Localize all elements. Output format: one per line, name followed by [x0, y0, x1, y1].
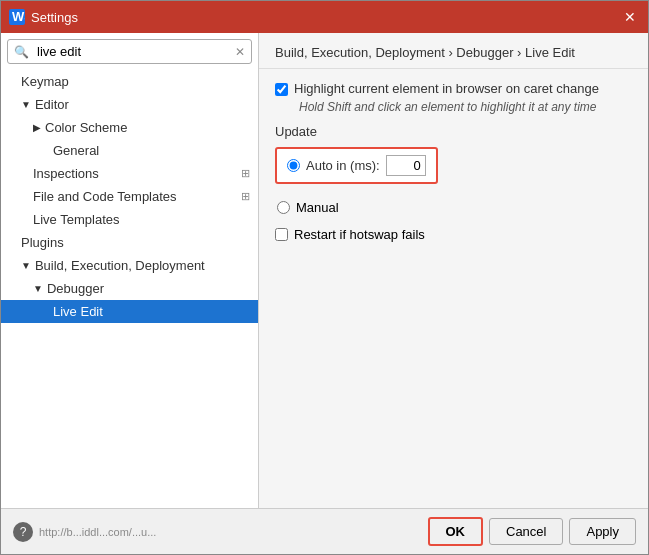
restart-label[interactable]: Restart if hotswap fails	[294, 227, 425, 242]
sidebar-item-label: Color Scheme	[45, 120, 127, 135]
sidebar-item-label: Debugger	[47, 281, 104, 296]
sidebar-item-label: Live Templates	[33, 212, 119, 227]
ok-button[interactable]: OK	[428, 517, 484, 546]
highlight-label[interactable]: Highlight current element in browser on …	[294, 81, 599, 96]
sidebar-item-editor[interactable]: ▼ Editor	[1, 93, 258, 116]
sidebar-item-label: Live Edit	[53, 304, 103, 319]
search-input[interactable]	[35, 40, 229, 63]
auto-option-container: Auto in (ms):	[275, 147, 632, 192]
settings-icon: ⊞	[241, 167, 250, 180]
expand-arrow-icon: ▼	[21, 260, 31, 271]
footer-url: http://b...iddl...com/...u...	[39, 526, 422, 538]
breadcrumb: Build, Execution, Deployment › Debugger …	[275, 45, 632, 60]
sidebar-item-keymap[interactable]: Keymap	[1, 70, 258, 93]
sidebar-item-label: General	[53, 143, 99, 158]
sidebar-item-file-templates[interactable]: File and Code Templates ⊞	[1, 185, 258, 208]
main-content: Highlight current element in browser on …	[259, 69, 648, 508]
settings-window: WS Settings ✕ 🔍 ✕ Keymap ▼ Editor ▶	[0, 0, 649, 555]
main-panel: Build, Execution, Deployment › Debugger …	[259, 33, 648, 508]
help-button[interactable]: ?	[13, 522, 33, 542]
manual-radio-button[interactable]	[277, 201, 290, 214]
apply-button[interactable]: Apply	[569, 518, 636, 545]
sidebar-item-label: File and Code Templates	[33, 189, 177, 204]
manual-label[interactable]: Manual	[296, 200, 339, 215]
auto-ms-input[interactable]	[386, 155, 426, 176]
expand-arrow-icon: ▼	[33, 283, 43, 294]
sidebar: 🔍 ✕ Keymap ▼ Editor ▶ Color Scheme Gener…	[1, 33, 259, 508]
auto-label[interactable]: Auto in (ms):	[306, 158, 380, 173]
sidebar-item-label: Keymap	[21, 74, 69, 89]
sidebar-item-label: Inspections	[33, 166, 99, 181]
sidebar-item-build-execution[interactable]: ▼ Build, Execution, Deployment	[1, 254, 258, 277]
hint-text: Hold Shift and click an element to highl…	[299, 100, 632, 114]
expand-arrow-icon: ▶	[33, 122, 41, 133]
sidebar-item-label: Plugins	[21, 235, 64, 250]
close-button[interactable]: ✕	[620, 7, 640, 27]
update-section-label: Update	[275, 124, 632, 139]
sidebar-item-color-scheme[interactable]: ▶ Color Scheme	[1, 116, 258, 139]
sidebar-item-label: Editor	[35, 97, 69, 112]
sidebar-item-debugger[interactable]: ▼ Debugger	[1, 277, 258, 300]
sidebar-item-general[interactable]: General	[1, 139, 258, 162]
auto-radio-button[interactable]	[287, 159, 300, 172]
app-icon: WS	[9, 9, 25, 25]
restart-row: Restart if hotswap fails	[275, 227, 632, 242]
highlight-checkbox[interactable]	[275, 83, 288, 96]
manual-radio-row: Manual	[277, 200, 632, 215]
sidebar-item-live-edit[interactable]: Live Edit	[1, 300, 258, 323]
search-icon: 🔍	[8, 41, 35, 63]
main-header: Build, Execution, Deployment › Debugger …	[259, 33, 648, 69]
cancel-button[interactable]: Cancel	[489, 518, 563, 545]
footer: ? http://b...iddl...com/...u... OK Cance…	[1, 508, 648, 554]
window-title: Settings	[31, 10, 620, 25]
restart-checkbox[interactable]	[275, 228, 288, 241]
sidebar-item-live-templates[interactable]: Live Templates	[1, 208, 258, 231]
sidebar-item-plugins[interactable]: Plugins	[1, 231, 258, 254]
search-box: 🔍 ✕	[7, 39, 252, 64]
svg-text:WS: WS	[12, 9, 25, 24]
title-bar: WS Settings ✕	[1, 1, 648, 33]
auto-input-box: Auto in (ms):	[275, 147, 438, 184]
sidebar-item-label: Build, Execution, Deployment	[35, 258, 205, 273]
content-area: 🔍 ✕ Keymap ▼ Editor ▶ Color Scheme Gener…	[1, 33, 648, 508]
auto-radio-row: Auto in (ms):	[287, 155, 426, 176]
highlight-row: Highlight current element in browser on …	[275, 81, 632, 96]
expand-arrow-icon: ▼	[21, 99, 31, 110]
search-clear-button[interactable]: ✕	[229, 41, 251, 63]
sidebar-item-inspections[interactable]: Inspections ⊞	[1, 162, 258, 185]
settings-icon: ⊞	[241, 190, 250, 203]
